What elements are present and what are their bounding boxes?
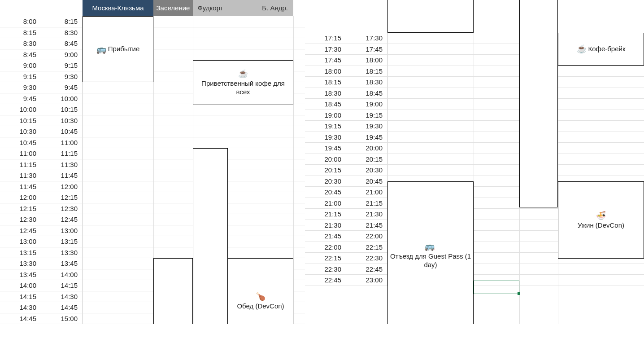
- event-col1-top[interactable]: [387, 0, 474, 33]
- time-row[interactable]: 20:1520:30: [305, 165, 644, 176]
- time-end: 18:00: [346, 55, 387, 66]
- event-col3-top[interactable]: [519, 0, 558, 207]
- time-start: 19:15: [305, 121, 346, 132]
- time-start: 11:15: [0, 159, 41, 170]
- time-start: 18:45: [305, 99, 346, 110]
- time-start: 13:15: [0, 247, 41, 258]
- time-row[interactable]: 18:4519:00: [305, 99, 644, 110]
- time-end: 19:45: [346, 132, 387, 143]
- time-row[interactable]: 13:1513:30: [0, 247, 305, 259]
- event-label: Прибытие: [108, 45, 139, 53]
- header-col-zaselenie[interactable]: Заселение: [153, 0, 193, 16]
- time-start: 18:00: [305, 66, 346, 77]
- time-start: 20:45: [305, 187, 346, 198]
- time-start: 22:30: [305, 264, 346, 275]
- time-row[interactable]: 11:4512:00: [0, 181, 305, 193]
- time-end: 8:45: [41, 38, 83, 49]
- bus-icon: 🚌: [96, 44, 106, 54]
- time-end: 8:30: [41, 27, 83, 38]
- event-label: Приветственный кофе для всех: [195, 79, 291, 97]
- time-end: 9:30: [41, 71, 83, 82]
- time-row[interactable]: 13:0013:15: [0, 236, 305, 247]
- time-end: 10:45: [41, 126, 83, 137]
- time-end: 21:15: [346, 198, 387, 209]
- time-end: 11:45: [41, 170, 83, 181]
- time-start: 22:45: [305, 275, 346, 286]
- drumstick-icon: 🍗: [256, 291, 265, 301]
- time-end: 14:00: [41, 269, 83, 280]
- time-row[interactable]: 10:0010:15: [0, 104, 305, 115]
- schedule-panel-right: 17:1517:3017:3017:4517:4518:0018:0018:15…: [305, 0, 644, 324]
- time-row[interactable]: 19:0019:15: [305, 110, 644, 121]
- time-row[interactable]: 10:3010:45: [0, 126, 305, 137]
- time-start: 22:15: [305, 253, 346, 264]
- time-row[interactable]: 12:1512:30: [0, 203, 305, 215]
- header-col-moskva-klyazma[interactable]: Москва-Клязьма: [83, 0, 153, 16]
- time-start: 12:00: [0, 192, 41, 203]
- coffee-icon: ☕: [577, 44, 587, 54]
- noodle-icon: 🍜: [596, 211, 606, 220]
- time-start: 19:30: [305, 132, 346, 143]
- time-row[interactable]: 18:0018:15: [305, 66, 644, 77]
- time-row[interactable]: 10:1510:30: [0, 115, 305, 127]
- header-col-b-andr[interactable]: Б. Андр.: [228, 0, 293, 16]
- header-col-foodcourt[interactable]: Фудкорт: [193, 0, 228, 16]
- time-row[interactable]: 11:3011:45: [0, 170, 305, 181]
- time-start: 17:15: [305, 33, 346, 44]
- time-start: 11:00: [0, 148, 41, 159]
- time-start: 10:30: [0, 126, 41, 137]
- time-end: 11:30: [41, 159, 83, 170]
- time-end: 17:45: [346, 44, 387, 55]
- time-start: 20:00: [305, 154, 346, 165]
- time-end: 15:00: [41, 313, 83, 324]
- event-checkin-block[interactable]: [153, 258, 193, 324]
- coffee-icon: ☕: [238, 69, 248, 79]
- time-end: 23:00: [346, 275, 387, 286]
- event-lunch[interactable]: 🍗 Обед (DevCon): [228, 258, 293, 324]
- time-start: 9:15: [0, 71, 41, 82]
- time-start: 21:00: [305, 198, 346, 209]
- time-end: 11:15: [41, 148, 83, 159]
- time-end: 19:30: [346, 121, 387, 132]
- time-end: 8:15: [41, 16, 83, 27]
- event-arrival[interactable]: 🚌 Прибытие: [83, 16, 153, 82]
- time-row[interactable]: 12:4513:00: [0, 225, 305, 237]
- time-row[interactable]: 10:4511:00: [0, 137, 305, 149]
- time-start: 14:30: [0, 302, 41, 313]
- time-row[interactable]: 18:3018:45: [305, 88, 644, 99]
- event-dinner[interactable]: 🍜 Ужин (DevCon): [558, 181, 644, 259]
- time-row[interactable]: 20:0020:15: [305, 154, 644, 165]
- time-start: 10:15: [0, 115, 41, 126]
- schedule-panel-left: Москва-Клязьма Заселение Фудкорт Б. Андр…: [0, 0, 305, 324]
- time-end: 18:15: [346, 66, 387, 77]
- time-end: 20:45: [346, 176, 387, 187]
- time-row[interactable]: 12:3012:45: [0, 214, 305, 225]
- time-row[interactable]: 12:0012:15: [0, 192, 305, 203]
- time-end: 19:15: [346, 110, 387, 121]
- time-row[interactable]: 19:1519:30: [305, 121, 644, 132]
- time-start: 17:30: [305, 44, 346, 55]
- time-start: 21:30: [305, 220, 346, 231]
- time-row[interactable]: 19:3019:45: [305, 132, 644, 143]
- time-end: 12:45: [41, 214, 83, 225]
- time-start: 9:30: [0, 82, 41, 93]
- time-row[interactable]: 11:1511:30: [0, 159, 305, 171]
- time-start: 13:45: [0, 269, 41, 280]
- event-foodcourt-block[interactable]: [193, 148, 228, 324]
- time-end: 14:30: [41, 291, 83, 302]
- time-row[interactable]: 22:3022:45: [305, 264, 644, 275]
- event-departure[interactable]: 🚌 Отъезд для Guest Pass (1 day): [387, 181, 474, 324]
- time-start: 11:30: [0, 170, 41, 181]
- time-start: 8:00: [0, 16, 41, 27]
- time-row[interactable]: 18:1518:30: [305, 77, 644, 88]
- event-welcome-coffee[interactable]: ☕ Приветственный кофе для всех: [193, 60, 293, 105]
- event-coffee-break[interactable]: ☕ Кофе-брейк: [558, 33, 644, 66]
- cell-selection[interactable]: [474, 281, 519, 294]
- time-end: 9:00: [41, 49, 83, 60]
- time-end: 20:15: [346, 154, 387, 165]
- time-row[interactable]: 19:4520:00: [305, 143, 644, 154]
- time-end: 14:45: [41, 302, 83, 313]
- time-start: 14:45: [0, 313, 41, 324]
- time-row[interactable]: 11:0011:15: [0, 148, 305, 159]
- time-start: 19:45: [305, 143, 346, 154]
